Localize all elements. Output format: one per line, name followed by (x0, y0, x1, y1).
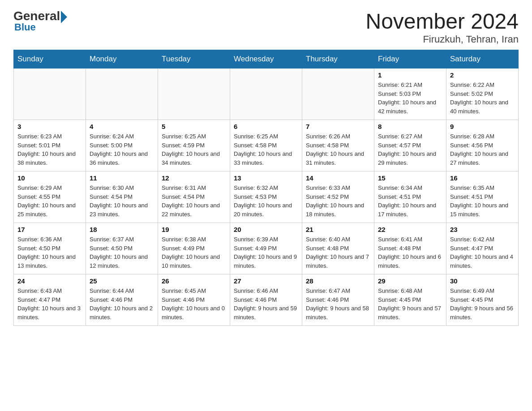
calendar-cell: 27Sunrise: 6:46 AMSunset: 4:46 PMDayligh… (230, 274, 302, 326)
day-number: 27 (234, 277, 298, 285)
day-info: Daylight: 10 hours and 6 minutes. (378, 253, 442, 270)
day-info: Sunrise: 6:46 AM (234, 287, 298, 295)
calendar-cell: 10Sunrise: 6:29 AMSunset: 4:55 PMDayligh… (14, 171, 86, 223)
day-number: 25 (90, 277, 154, 285)
weekday-header-monday: Monday (86, 50, 158, 68)
day-info: Sunset: 4:51 PM (450, 193, 515, 201)
logo-blue-text: Blue (13, 21, 36, 33)
day-info: Daylight: 10 hours and 12 minutes. (90, 253, 154, 270)
day-number: 18 (90, 226, 154, 233)
day-number: 28 (306, 277, 370, 285)
day-number: 17 (17, 226, 82, 233)
calendar-cell: 29Sunrise: 6:48 AMSunset: 4:45 PMDayligh… (374, 274, 446, 326)
day-info: Daylight: 10 hours and 10 minutes. (162, 253, 226, 270)
day-info: Daylight: 10 hours and 25 minutes. (17, 201, 82, 218)
day-number: 12 (162, 174, 226, 182)
title-area: November 2024 Firuzkuh, Tehran, Iran (365, 9, 519, 45)
day-info: Daylight: 9 hours and 58 minutes. (306, 304, 370, 321)
calendar-cell: 24Sunrise: 6:43 AMSunset: 4:47 PMDayligh… (14, 274, 86, 326)
calendar-cell: 1Sunrise: 6:21 AMSunset: 5:03 PMDaylight… (374, 68, 446, 120)
day-number: 13 (234, 174, 298, 182)
day-info: Sunset: 4:45 PM (450, 295, 515, 304)
day-info: Sunset: 4:50 PM (90, 244, 154, 253)
day-info: Daylight: 10 hours and 17 minutes. (378, 201, 442, 218)
day-info: Daylight: 10 hours and 34 minutes. (162, 150, 226, 167)
day-info: Sunrise: 6:34 AM (378, 184, 442, 193)
day-info: Daylight: 9 hours and 57 minutes. (378, 304, 442, 321)
calendar-cell: 20Sunrise: 6:39 AMSunset: 4:49 PMDayligh… (230, 223, 302, 274)
calendar-cell: 3Sunrise: 6:23 AMSunset: 5:01 PMDaylight… (14, 120, 86, 171)
calendar-cell: 19Sunrise: 6:38 AMSunset: 4:49 PMDayligh… (158, 223, 230, 274)
day-number: 7 (306, 123, 370, 130)
day-info: Sunset: 4:54 PM (162, 193, 226, 201)
day-number: 16 (450, 174, 515, 182)
day-number: 1 (378, 71, 442, 79)
day-number: 14 (306, 174, 370, 182)
day-info: Sunrise: 6:32 AM (234, 184, 298, 193)
calendar-cell (230, 68, 302, 120)
day-number: 3 (17, 123, 82, 130)
weekday-header-tuesday: Tuesday (158, 50, 230, 68)
week-row-5: 24Sunrise: 6:43 AMSunset: 4:47 PMDayligh… (14, 274, 519, 326)
day-info: Daylight: 10 hours and 22 minutes. (162, 201, 226, 218)
day-info: Daylight: 10 hours and 15 minutes. (450, 201, 515, 218)
day-info: Sunset: 4:58 PM (306, 141, 370, 150)
day-number: 22 (378, 226, 442, 233)
weekday-header-thursday: Thursday (302, 50, 374, 68)
day-info: Sunset: 4:56 PM (450, 141, 515, 150)
day-info: Sunset: 4:45 PM (378, 295, 442, 304)
day-info: Sunrise: 6:43 AM (17, 287, 82, 295)
day-info: Sunset: 5:03 PM (378, 90, 442, 98)
day-info: Daylight: 10 hours and 38 minutes. (17, 150, 82, 167)
day-info: Sunrise: 6:28 AM (450, 132, 515, 141)
calendar-cell (302, 68, 374, 120)
day-info: Daylight: 10 hours and 4 minutes. (450, 253, 515, 270)
day-info: Sunrise: 6:37 AM (90, 235, 154, 244)
week-row-4: 17Sunrise: 6:36 AMSunset: 4:50 PMDayligh… (14, 223, 519, 274)
calendar-cell: 7Sunrise: 6:26 AMSunset: 4:58 PMDaylight… (302, 120, 374, 171)
day-info: Daylight: 10 hours and 27 minutes. (450, 150, 515, 167)
day-info: Sunset: 4:47 PM (450, 244, 515, 253)
calendar-cell: 25Sunrise: 6:44 AMSunset: 4:46 PMDayligh… (86, 274, 158, 326)
month-title: November 2024 (365, 9, 519, 34)
day-number: 30 (450, 277, 515, 285)
calendar-cell: 13Sunrise: 6:32 AMSunset: 4:53 PMDayligh… (230, 171, 302, 223)
day-info: Daylight: 9 hours and 56 minutes. (450, 304, 515, 321)
day-info: Sunset: 5:01 PM (17, 141, 82, 150)
day-info: Sunset: 4:54 PM (90, 193, 154, 201)
day-number: 8 (378, 123, 442, 130)
day-info: Sunset: 4:58 PM (234, 141, 298, 150)
page-header: General Blue November 2024 Firuzkuh, Teh… (13, 9, 519, 45)
day-info: Daylight: 10 hours and 0 minutes. (162, 304, 226, 321)
calendar-cell: 12Sunrise: 6:31 AMSunset: 4:54 PMDayligh… (158, 171, 230, 223)
day-info: Sunrise: 6:33 AM (306, 184, 370, 193)
day-info: Sunrise: 6:21 AM (378, 81, 442, 90)
day-info: Sunrise: 6:25 AM (162, 132, 226, 141)
day-info: Daylight: 10 hours and 18 minutes. (306, 201, 370, 218)
day-number: 19 (162, 226, 226, 233)
week-row-3: 10Sunrise: 6:29 AMSunset: 4:55 PMDayligh… (14, 171, 519, 223)
calendar-cell: 8Sunrise: 6:27 AMSunset: 4:57 PMDaylight… (374, 120, 446, 171)
day-info: Sunset: 4:51 PM (378, 193, 442, 201)
calendar-cell: 23Sunrise: 6:42 AMSunset: 4:47 PMDayligh… (446, 223, 519, 274)
day-info: Sunrise: 6:36 AM (17, 235, 82, 244)
day-info: Sunrise: 6:26 AM (306, 132, 370, 141)
day-number: 11 (90, 174, 154, 182)
day-info: Sunset: 4:47 PM (17, 295, 82, 304)
calendar-cell: 2Sunrise: 6:22 AMSunset: 5:02 PMDaylight… (446, 68, 519, 120)
weekday-header-saturday: Saturday (446, 50, 519, 68)
day-info: Daylight: 10 hours and 2 minutes. (90, 304, 154, 321)
day-number: 4 (90, 123, 154, 130)
calendar-cell: 16Sunrise: 6:35 AMSunset: 4:51 PMDayligh… (446, 171, 519, 223)
calendar-cell: 22Sunrise: 6:41 AMSunset: 4:48 PMDayligh… (374, 223, 446, 274)
calendar-cell: 14Sunrise: 6:33 AMSunset: 4:52 PMDayligh… (302, 171, 374, 223)
calendar-cell: 4Sunrise: 6:24 AMSunset: 5:00 PMDaylight… (86, 120, 158, 171)
day-info: Daylight: 10 hours and 31 minutes. (306, 150, 370, 167)
calendar-header-row: SundayMondayTuesdayWednesdayThursdayFrid… (14, 50, 519, 68)
weekday-header-friday: Friday (374, 50, 446, 68)
day-info: Sunset: 4:46 PM (90, 295, 154, 304)
calendar-cell: 21Sunrise: 6:40 AMSunset: 4:48 PMDayligh… (302, 223, 374, 274)
day-number: 21 (306, 226, 370, 233)
calendar-cell: 26Sunrise: 6:45 AMSunset: 4:46 PMDayligh… (158, 274, 230, 326)
calendar-cell: 11Sunrise: 6:30 AMSunset: 4:54 PMDayligh… (86, 171, 158, 223)
